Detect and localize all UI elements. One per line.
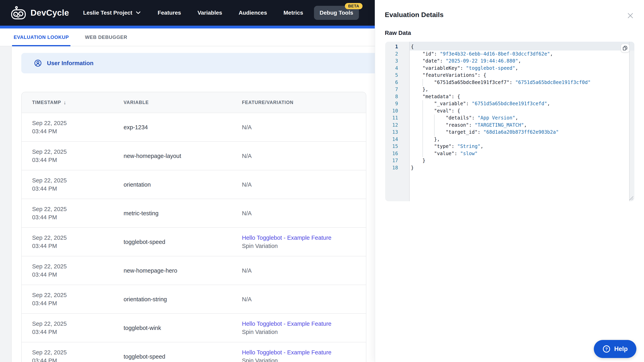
user-circle-icon [34,59,42,67]
nav-item-audiences[interactable]: Audiences [238,10,267,16]
indent-guide [422,129,423,136]
line-number: 12 [385,122,409,129]
variable-cell: new-homepage-layout [124,153,181,159]
main-nav: FeaturesVariablesAudiencesMetrics [158,10,303,16]
variable-cell: metric-testing [124,210,158,217]
raw-data-code-block: 123456789101112131415161718 { "id": "9f3… [385,42,634,201]
nav-item-variables[interactable]: Variables [198,10,222,16]
sort-desc-icon: ↓ [64,99,66,106]
indent-guide [422,143,423,150]
indent-guide [422,122,423,129]
user-information-label: User Information [47,60,94,66]
feature-na: N/A [242,296,252,302]
question-circle-icon: ? [602,345,610,353]
line-number: 7 [385,86,409,93]
panel-title: Evaluation Details [385,11,444,19]
code-line: "featureVariations": { [410,72,629,79]
timestamp-cell: Sep 22, 202503:44 PM [32,320,67,336]
line-number: 9 [385,100,409,107]
nav-item-features[interactable]: Features [158,10,181,16]
feature-na: N/A [242,124,252,130]
feature-link[interactable]: Hello Togglebot - Example Feature [242,234,332,242]
code-line: "value": "slow" [410,150,629,157]
variation-label: Spin Variation [242,242,332,250]
table-row[interactable]: Sep 22, 202503:44 PMorientation-stringN/… [22,285,366,314]
project-selector[interactable]: Leslie Test Project [83,10,140,16]
feature-variation-cell: N/A [242,180,252,189]
feature-variation-cell: N/A [242,123,252,131]
indent-guide [422,150,423,157]
table-row[interactable]: Sep 22, 202503:44 PMnew-homepage-layoutN… [22,142,366,170]
help-button[interactable]: ? Help [594,340,636,358]
project-selector-label: Leslie Test Project [83,10,132,16]
variable-cell: exp-1234 [124,124,148,130]
line-number: 3 [385,57,409,65]
table-header-row: TIMESTAMP ↓ VARIABLE FEATURE/VARIATION [22,92,366,113]
table-row[interactable]: Sep 22, 202503:44 PMorientationN/A [22,170,366,199]
copy-icon [622,45,628,51]
timestamp-cell: Sep 22, 202503:44 PM [32,291,67,308]
close-panel-button[interactable] [626,12,634,20]
close-icon [627,12,634,19]
resize-handle[interactable] [629,196,633,200]
devcycle-logo[interactable]: DevCycle [11,6,69,20]
page: DevCycle Leslie Test Project FeaturesVar… [0,0,644,362]
help-label: Help [614,345,628,353]
logo-wordmark: DevCycle [30,8,69,18]
line-number: 16 [385,150,409,157]
evaluation-table: TIMESTAMP ↓ VARIABLE FEATURE/VARIATION S… [21,92,366,362]
left-rail [0,46,12,362]
line-number: 4 [385,65,409,72]
code-line: "date": "2025-09-22 19:44:46.880", [410,57,629,65]
code-line: "id": "9f3e4b32-6ebb-4d16-8bef-03dccf3df… [410,50,629,58]
code-line: } [410,157,629,164]
feature-na: N/A [242,267,252,274]
indent-guide [434,122,434,129]
feature-link[interactable]: Hello Togglebot - Example Feature [242,348,332,357]
code-line: }, [410,86,629,93]
table-row[interactable]: Sep 22, 202503:44 PMnew-homepage-heroN/A [22,256,366,285]
feature-na: N/A [242,181,252,188]
column-header-timestamp[interactable]: TIMESTAMP ↓ [32,99,66,106]
timestamp-cell: Sep 22, 202503:44 PM [32,205,67,222]
variable-cell: togglebot-speed [124,353,165,360]
code-line: "metadata": { [410,93,629,100]
line-number: 5 [385,72,409,79]
code-line: "variableKey": "togglebot-speed", [410,65,629,72]
svg-text:?: ? [605,347,608,351]
tab-web-debugger[interactable]: WEB DEBUGGER [83,28,129,46]
indent-guide [422,79,423,86]
timestamp-cell: Sep 22, 202503:44 PM [32,348,67,362]
line-number: 17 [385,157,409,164]
feature-link[interactable]: Hello Togglebot - Example Feature [242,320,332,328]
copy-code-button[interactable] [621,44,630,52]
line-number: 13 [385,129,409,136]
line-number-gutter: 123456789101112131415161718 [385,43,409,171]
evaluation-details-panel: Evaluation Details Raw Data 123456789101… [375,0,644,362]
code-line: }, [410,136,629,143]
nav-item-metrics[interactable]: Metrics [284,10,303,16]
feature-variation-cell: N/A [242,152,252,160]
code-line: "type": "String", [410,143,629,150]
line-number: 1 [385,43,409,50]
line-number: 11 [385,114,409,122]
line-number: 14 [385,136,409,143]
table-row[interactable]: Sep 22, 202503:44 PMtogglebot-speedHello… [22,228,366,256]
variable-cell: togglebot-speed [124,239,165,245]
table-row[interactable]: Sep 22, 202503:44 PMexp-1234N/A [22,113,366,142]
timestamp-cell: Sep 22, 202503:44 PM [32,234,67,250]
beta-badge: BETA [345,3,362,9]
tab-evaluation-lookup[interactable]: EVALUATION LOOKUP [12,28,70,46]
variable-cell: orientation-string [124,296,167,303]
feature-na: N/A [242,210,252,216]
table-row[interactable]: Sep 22, 202503:44 PMtogglebot-winkHello … [22,314,366,342]
feature-variation-cell: N/A [242,209,252,217]
table-row[interactable]: Sep 22, 202503:44 PMmetric-testingN/A [22,199,366,228]
table-row[interactable]: Sep 22, 202503:44 PMtogglebot-speedHello… [22,342,366,362]
line-number: 8 [385,93,409,100]
column-header-feature-variation: FEATURE/VARIATION [242,100,294,105]
code-line: { [410,43,629,50]
feature-variation-cell: N/A [242,295,252,303]
variable-cell: togglebot-wink [124,325,161,331]
indent-guide [434,129,434,136]
